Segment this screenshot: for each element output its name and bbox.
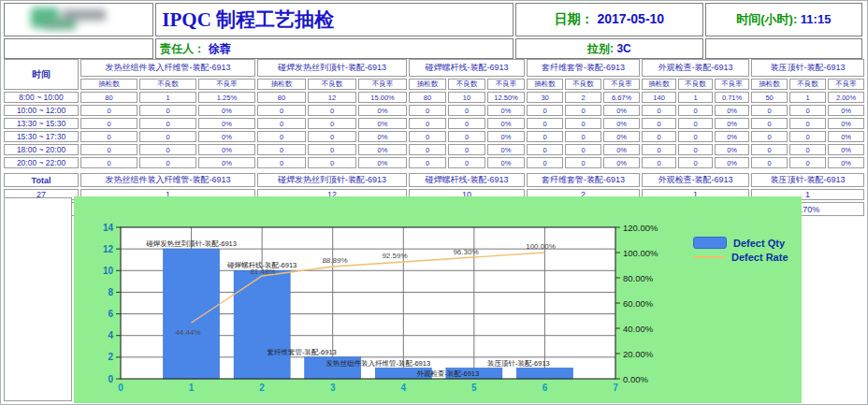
legend-label: Defect Qty	[733, 238, 785, 249]
process-name-header: 装压顶针-装配-6913	[751, 59, 864, 77]
sub-header: 抽检数	[80, 79, 137, 90]
line-value: 3C	[616, 42, 630, 55]
sub-header: 不良数	[448, 79, 485, 90]
value-cell: 0%	[603, 157, 640, 168]
sampling-tables: 时间发热丝组件装入纤维管-装配-6913碰焊发热丝到顶针-装配-6913碰焊螺杆…	[2, 57, 866, 218]
right-axis-tick-label: 100.00%	[623, 248, 658, 258]
sub-header: 不良率	[198, 79, 255, 90]
value-cell: 0	[257, 144, 306, 155]
value-cell: 0%	[828, 131, 864, 142]
value-cell: 0	[527, 131, 563, 142]
date-cell: 日期： 2017-05-10	[515, 3, 702, 36]
value-cell: 0%	[358, 118, 407, 129]
left-axis-tick-label: 12	[103, 244, 114, 254]
value-cell: 1	[139, 92, 196, 103]
value-cell: 80	[80, 92, 137, 103]
value-cell: 0	[642, 144, 676, 155]
value-cell: 0%	[715, 105, 749, 116]
data-row: 20:00 ~ 22:00000%000%000%000%000%000%	[4, 157, 864, 168]
left-axis-tick-label: 4	[108, 330, 113, 340]
defect-qty-bar	[164, 249, 220, 379]
company-logo-cell	[4, 3, 153, 36]
time-slot-cell: 8:00 ~ 10:00	[4, 92, 79, 103]
value-cell: 0%	[487, 131, 525, 142]
value-cell: 0%	[487, 157, 525, 168]
owner-value: 徐蓉	[209, 42, 231, 55]
value-cell: 0	[565, 131, 601, 142]
hour-label: 时间(小时):	[736, 12, 797, 26]
owner-cell: 责任人： 徐蓉	[155, 38, 514, 59]
value-cell: 0	[139, 118, 196, 129]
value-cell: 0	[139, 131, 196, 142]
value-cell: 0%	[715, 131, 749, 142]
value-cell: 0%	[828, 157, 864, 168]
value-cell: 0	[409, 144, 446, 155]
value-cell: 0	[308, 118, 356, 129]
value-cell: 0	[642, 157, 676, 168]
left-axis-tick-label: 8	[108, 287, 113, 297]
value-cell: 0	[409, 131, 446, 142]
right-axis-tick-label: 80.00%	[623, 273, 654, 283]
bar-category-label: 发热丝组件装入纤维管-装配-6913	[326, 359, 430, 368]
chart-legend: Defect Qty Defect Rate	[693, 236, 788, 264]
value-cell: 0	[409, 105, 446, 116]
value-cell: 0	[789, 118, 826, 129]
time-slot-cell: 15:30 ~ 17:30	[4, 131, 79, 142]
value-cell: 0	[565, 118, 601, 129]
value-cell: 1.25%	[198, 92, 255, 103]
value-cell: 0	[80, 118, 137, 129]
time-slot-cell: 10:00 ~ 12:00	[4, 105, 79, 116]
line-label: 拉别:	[587, 42, 614, 55]
x-axis-tick-label: 6	[542, 383, 548, 393]
value-cell: 0	[257, 105, 306, 116]
right-axis-tick-label: 0.00%	[623, 374, 648, 384]
value-cell: 1	[678, 92, 713, 103]
process-name-header: 碰焊螺杆线-装配-6913	[409, 59, 525, 77]
sub-header: 不良率	[603, 79, 640, 90]
value-cell: 15.00%	[358, 92, 407, 103]
value-cell: 0	[527, 118, 563, 129]
total-process-name-cell: 装压顶针-装配-6913	[751, 173, 864, 187]
right-axis-tick-label: 20.00%	[623, 349, 654, 359]
total-process-name-cell: 碰焊发热丝到顶针-装配-6913	[257, 173, 407, 187]
bar-category-label: 装压顶针-装配-6913	[487, 359, 550, 368]
value-cell: 0	[527, 144, 563, 155]
right-axis-tick-label: 60.00%	[623, 298, 654, 309]
value-cell: 0	[678, 144, 713, 155]
rate-point-label: 100.00%	[526, 242, 556, 251]
value-cell: 0	[678, 105, 713, 116]
date-value: 2017-05-10	[598, 11, 665, 26]
sub-header: 抽检数	[257, 79, 306, 90]
company-logo	[31, 6, 143, 30]
rate-point-label: 92.59%	[382, 252, 407, 260]
value-cell: 140	[642, 92, 676, 103]
value-cell: 0%	[487, 118, 525, 129]
rate-point-label: 81.48%	[250, 268, 275, 276]
left-axis-tick-label: 6	[108, 309, 113, 319]
defect-qty-bar	[516, 368, 572, 379]
value-cell: 0%	[603, 144, 640, 155]
report-header-table: IPQC 制程工艺抽检 日期： 2017-05-10 时间(小时): 11:15…	[2, 1, 864, 61]
sub-header: 抽检数	[409, 79, 446, 90]
value-cell: 0	[308, 131, 356, 142]
value-cell: 2.00%	[828, 92, 864, 103]
value-cell: 0	[448, 105, 485, 116]
sub-header: 不良数	[565, 79, 601, 90]
defect-qty-swatch-icon	[693, 237, 727, 249]
time-slot-cell: 18:00 ~ 20:00	[4, 144, 79, 155]
sub-header: 不良率	[358, 79, 407, 90]
owner-label: 责任人：	[160, 42, 205, 55]
data-row: 15:30 ~ 17:30000%000%000%000%000%000%	[4, 131, 864, 142]
x-axis-tick-label: 1	[189, 383, 195, 393]
date-label: 日期：	[555, 11, 594, 26]
value-cell: 0	[308, 105, 356, 116]
value-cell: 0	[448, 144, 485, 155]
right-axis-tick-label: 120.00%	[623, 223, 658, 233]
time-slot-cell: 13:30 ~ 15:30	[4, 118, 79, 129]
value-cell: 0	[789, 131, 826, 142]
value-cell: 0	[789, 105, 826, 116]
sampling-table: 时间发热丝组件装入纤维管-装配-6913碰焊发热丝到顶针-装配-6913碰焊螺杆…	[2, 57, 866, 170]
value-cell: 0%	[715, 157, 749, 168]
value-cell: 0	[80, 105, 137, 116]
value-cell: 0	[80, 157, 137, 168]
